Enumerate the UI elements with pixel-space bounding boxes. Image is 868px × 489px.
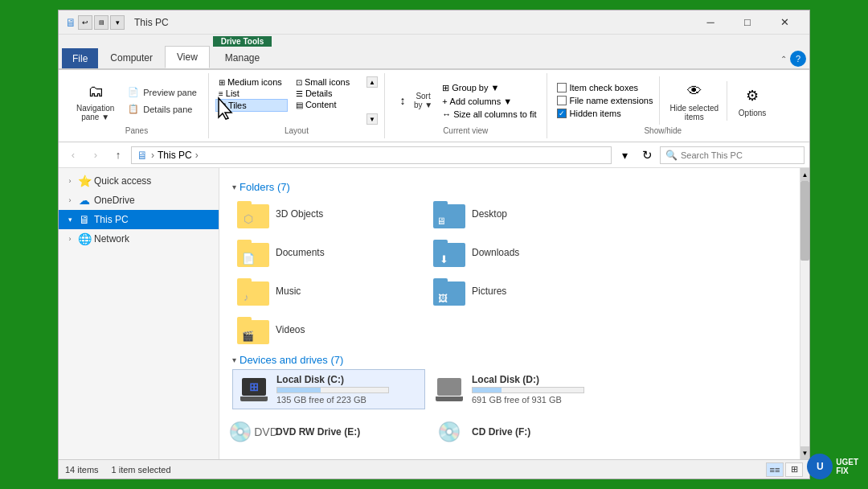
folder-desktop[interactable]: 🖥 Desktop [428, 196, 621, 232]
search-box[interactable]: 🔍 [660, 146, 805, 164]
drive-d-info: Local Disk (D:) 691 GB free of 931 GB [472, 374, 616, 405]
search-input[interactable] [681, 150, 799, 160]
drive-c-info: Local Disk (C:) 135 GB free of 223 GB [276, 374, 420, 405]
options-icon: ⚙ [741, 84, 764, 107]
drives-label: Devices and drives (7) [240, 354, 343, 366]
up-button[interactable]: ↑ [108, 146, 128, 165]
scrollbar-thumb[interactable] [800, 181, 809, 261]
layout-icon: ⊞ [219, 78, 225, 87]
item-check-boxes-checkbox[interactable] [557, 83, 567, 92]
folder-documents[interactable]: 📄 Documents [232, 235, 425, 270]
qa-dropdown-button[interactable]: ▾ [110, 15, 125, 30]
cd-icon: 💿 [437, 421, 461, 443]
drive-d[interactable]: Local Disk (D:) 691 GB free of 931 GB [428, 369, 621, 409]
layout-scroll-down[interactable]: ▼ [366, 113, 378, 125]
folder-documents-icon: 📄 [237, 238, 269, 267]
search-icon: 🔍 [665, 150, 678, 161]
scrollbar-track[interactable] [800, 181, 809, 446]
folder-videos[interactable]: 🎬 Videos [232, 312, 425, 347]
sidebar-item-network[interactable]: › 🌐 Network [59, 229, 219, 249]
address-path[interactable]: 🖥 › This PC › [131, 146, 612, 164]
tab-file[interactable]: File [62, 48, 98, 68]
network-chevron: › [65, 235, 75, 243]
refresh-button[interactable]: ↻ [637, 146, 657, 165]
this-pc-label: This PC [94, 214, 129, 225]
forward-button[interactable]: › [86, 146, 105, 165]
qa-undo-button[interactable]: ↩ [78, 15, 92, 30]
maximize-button[interactable]: □ [729, 10, 766, 35]
tab-manage[interactable]: Manage [213, 47, 272, 68]
drive-d-bar [473, 388, 502, 392]
size-columns-button[interactable]: ↔ Size all columns to fit [439, 109, 539, 120]
hidden-items-checkbox[interactable]: ✓ [557, 109, 567, 118]
drives-section-header[interactable]: ▾ Devices and drives (7) [232, 354, 787, 366]
layout-label: Medium icons [227, 77, 282, 87]
minimize-button[interactable]: ─ [692, 10, 729, 35]
scrollbar-up-arrow[interactable]: ▲ [800, 168, 809, 181]
qa-properties-button[interactable]: ▤ [94, 15, 108, 30]
hidden-items-toggle[interactable]: ✓ Hidden items [554, 108, 657, 119]
layout-small-icons[interactable]: ⊡ Small icons [293, 76, 365, 88]
tab-computer[interactable]: Computer [98, 47, 165, 68]
layout-medium-icons[interactable]: ⊞ Medium icons [215, 76, 288, 88]
sort-by-button[interactable]: ↕ Sortby ▼ [391, 90, 436, 111]
drive-e-icon: 💿 DVD [237, 416, 269, 448]
details-view-toggle[interactable]: ≡≡ [766, 462, 784, 477]
options-button[interactable]: ⚙ Options [732, 81, 772, 121]
sort-btn-container: ↕ Sortby ▼ [391, 90, 436, 111]
layout-content[interactable]: ▤ Content [293, 99, 365, 110]
watermark-line1: UGET [836, 458, 858, 466]
ribbon-collapse-btn[interactable]: ⌃ [780, 55, 787, 64]
add-columns-button[interactable]: + Add columns ▼ [439, 96, 539, 107]
layout-scroll-up[interactable]: ▲ [366, 76, 378, 88]
drive-e[interactable]: 💿 DVD DVD RW Drive (E:) [232, 413, 425, 451]
large-icons-toggle[interactable]: ⊞ [785, 462, 803, 477]
folder-music[interactable]: ♪ Music [232, 273, 425, 309]
layout-content: ⊞ Medium icons ≡ List ⊟ Tiles [215, 76, 378, 125]
layout-tiles[interactable]: ⊟ Tiles [215, 99, 288, 112]
tab-view[interactable]: View [165, 46, 210, 68]
sidebar-item-this-pc[interactable]: ▾ 🖥 This PC [59, 210, 219, 229]
details-pane-button[interactable]: 📋 Details pane [122, 101, 202, 117]
close-button[interactable]: ✕ [766, 10, 803, 35]
main-area: › ⭐ Quick access › ☁ OneDrive ▾ 🖥 This P… [59, 168, 809, 459]
network-label: Network [94, 233, 129, 244]
folders-section-header[interactable]: ▾ Folders (7) [232, 181, 787, 193]
drive-c[interactable]: ⊞ Local Disk (C:) 135 GB free of 223 GB [232, 369, 425, 409]
folder-pictures[interactable]: 🖼 Pictures [428, 273, 621, 309]
address-dropdown-button[interactable]: ▾ [615, 146, 634, 165]
help-button[interactable]: ? [790, 51, 806, 67]
item-check-boxes-toggle[interactable]: Item check boxes [554, 82, 657, 93]
drive-c-free: 135 GB free of 223 GB [276, 395, 420, 405]
preview-pane-button[interactable]: 📄 Preview pane [122, 84, 202, 101]
watermark: U UGET FIX [807, 454, 858, 479]
this-pc-chevron: ▾ [65, 216, 75, 224]
layout-details[interactable]: ☰ Details [293, 88, 365, 99]
drive-f-info: CD Drive (F:) [472, 426, 616, 438]
network-icon: 🌐 [78, 232, 91, 245]
ribbon: File Computer View Drive Tools Manage ⌃ … [59, 35, 809, 142]
nav-pane-button[interactable]: 🗂 Navigationpane ▼ [72, 76, 119, 125]
view-toggle-buttons: ≡≡ ⊞ [766, 462, 803, 477]
vertical-scrollbar[interactable]: ▲ ▼ [800, 168, 809, 459]
layout-icon: ☰ [296, 89, 303, 98]
layout-label: Content [305, 100, 337, 109]
group-by-button[interactable]: ⊞ Group by ▼ [439, 82, 539, 94]
sidebar-item-quick-access[interactable]: › ⭐ Quick access [59, 171, 219, 191]
hide-selected-button[interactable]: 👁 Hide selecteditems [665, 76, 723, 125]
file-extensions-checkbox[interactable] [557, 96, 567, 105]
ribbon-group-layout: ⊞ Medium icons ≡ List ⊟ Tiles [209, 73, 385, 138]
selected-count: 1 item selected [112, 465, 171, 475]
folder-3d-objects[interactable]: ⬡ 3D Objects [232, 196, 425, 232]
folder-downloads[interactable]: ⬇ Downloads [428, 235, 621, 270]
file-name-extensions-toggle[interactable]: File name extensions [554, 95, 657, 106]
back-button[interactable]: ‹ [63, 146, 83, 165]
layout-label: Tiles [228, 101, 247, 110]
layout-list[interactable]: ≡ List [215, 88, 288, 99]
sidebar-item-onedrive[interactable]: › ☁ OneDrive [59, 191, 219, 210]
drive-f[interactable]: 💿 CD Drive (F:) [428, 413, 621, 451]
folder-music-label: Music [276, 286, 301, 297]
current-view-content: ↕ Sortby ▼ ⊞ Group by ▼ + Add columns ▼ [391, 76, 540, 125]
explorer-window: 🖥 ↩ ▤ ▾ This PC ─ □ ✕ File Computer View… [58, 10, 810, 479]
preview-pane-label: Preview pane [143, 88, 197, 97]
